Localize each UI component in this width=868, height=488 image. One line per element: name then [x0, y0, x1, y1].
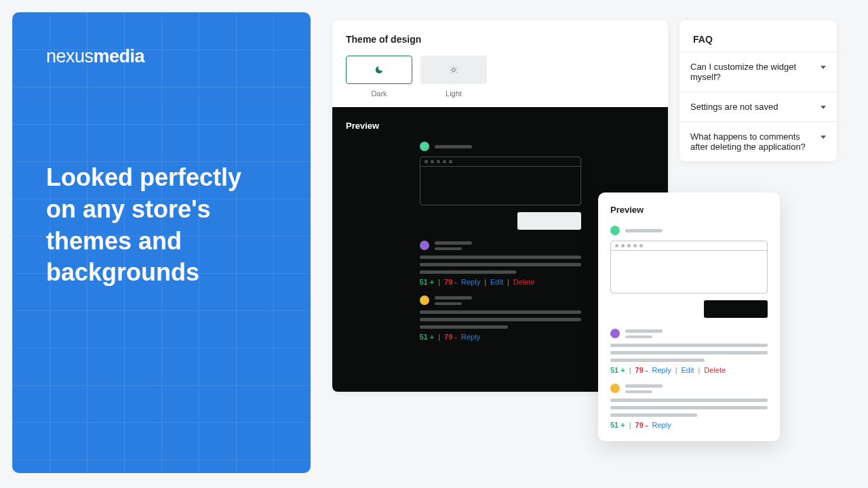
reply-link[interactable]: Reply — [652, 366, 671, 374]
reply-link[interactable]: Reply — [461, 333, 480, 341]
downvote-count[interactable]: 79 - — [635, 421, 648, 429]
downvote-count[interactable]: 79 - — [444, 333, 457, 341]
downvote-count[interactable]: 79 - — [635, 366, 648, 374]
comment-meta: 51 + | 79 - Reply — [610, 421, 768, 429]
skeleton-bar — [625, 229, 663, 232]
submit-button[interactable] — [704, 300, 768, 318]
comment-editor-frame[interactable] — [610, 241, 768, 293]
meta-separator: | — [629, 421, 631, 429]
faq-title: FAQ — [679, 20, 837, 52]
theme-label-light: Light — [446, 89, 462, 98]
skeleton-bar — [625, 336, 652, 338]
svg-point-0 — [452, 68, 456, 72]
comment-body-skeleton — [610, 344, 768, 362]
meta-separator: | — [438, 278, 440, 286]
avatar — [420, 142, 429, 151]
comment-body-skeleton — [420, 256, 581, 274]
preview-label-dark: Preview — [346, 121, 654, 131]
skeleton-bar — [625, 390, 652, 393]
avatar — [420, 296, 429, 305]
upvote-count[interactable]: 51 + — [420, 278, 435, 286]
meta-separator: | — [484, 278, 486, 286]
meta-separator: | — [629, 366, 631, 374]
avatar — [610, 226, 620, 235]
comment-meta: 51 + | 79 - Reply — [420, 333, 581, 341]
faq-item[interactable]: Settings are not saved — [679, 92, 837, 121]
comment-header — [420, 241, 581, 250]
comment-header — [420, 296, 581, 305]
skeleton-bar — [625, 329, 663, 333]
theme-option-light[interactable] — [420, 56, 487, 84]
hero-headline: Looked perfectly on any store's themes a… — [46, 162, 277, 289]
chevron-down-icon — [821, 66, 826, 69]
comment-header — [420, 142, 581, 151]
upvote-count[interactable]: 51 + — [610, 421, 625, 429]
edit-link[interactable]: Edit — [682, 366, 694, 374]
skeleton-bar — [435, 241, 472, 245]
skeleton-bar — [435, 247, 462, 250]
comment-editor-frame[interactable] — [420, 157, 581, 205]
faq-item[interactable]: What happens to comments after deleting … — [679, 121, 837, 161]
comment-body-skeleton — [420, 310, 581, 329]
logo-bold: media — [94, 46, 145, 66]
settings-title: Theme of design — [346, 34, 654, 45]
faq-question: What happens to comments after deleting … — [690, 131, 815, 152]
faq-question: Can I customize the widget myself? — [690, 62, 815, 82]
skeleton-bar — [435, 145, 472, 148]
logo-prefix: nexus — [46, 46, 94, 66]
meta-separator: | — [698, 366, 701, 374]
upvote-count[interactable]: 51 + — [610, 366, 625, 374]
faq-question: Settings are not saved — [690, 102, 778, 112]
downvote-count[interactable]: 79 - — [444, 278, 457, 286]
avatar — [420, 241, 429, 250]
comment-header — [610, 226, 768, 235]
faq-item[interactable]: Can I customize the widget myself? — [679, 52, 837, 92]
delete-link[interactable]: Delete — [704, 366, 726, 374]
comment-header — [610, 384, 768, 393]
moon-icon — [374, 65, 384, 75]
theme-label-dark: Dark — [371, 89, 387, 98]
comment-body-skeleton — [610, 399, 768, 417]
avatar — [610, 329, 620, 338]
skeleton-bar — [625, 384, 663, 388]
delete-link[interactable]: Delete — [513, 278, 535, 286]
hero-panel: nexusmedia Looked perfectly on any store… — [12, 12, 311, 473]
faq-card: FAQ Can I customize the widget myself? S… — [679, 20, 837, 161]
comment-meta: 51 + | 79 - Reply | Edit | Delete — [610, 366, 768, 374]
chevron-down-icon — [821, 136, 826, 139]
skeleton-bar — [435, 296, 472, 300]
brand-logo: nexusmedia — [46, 46, 277, 67]
reply-link[interactable]: Reply — [461, 278, 480, 286]
chevron-down-icon — [821, 106, 826, 109]
upvote-count[interactable]: 51 + — [420, 333, 435, 341]
avatar — [610, 384, 620, 393]
skeleton-bar — [435, 302, 462, 305]
reply-link[interactable]: Reply — [652, 421, 671, 429]
preview-label-light: Preview — [610, 205, 768, 215]
comment-header — [610, 329, 768, 338]
submit-button[interactable] — [517, 212, 581, 230]
comment-meta: 51 + | 79 - Reply | Edit | Delete — [420, 278, 581, 286]
sun-icon — [449, 65, 458, 75]
edit-link[interactable]: Edit — [490, 278, 503, 286]
preview-light-card: Preview 51 + | 79 - Reply | — [598, 192, 780, 441]
meta-separator: | — [507, 278, 509, 286]
theme-option-dark[interactable] — [346, 56, 412, 84]
meta-separator: | — [675, 366, 677, 374]
meta-separator: | — [438, 333, 440, 341]
